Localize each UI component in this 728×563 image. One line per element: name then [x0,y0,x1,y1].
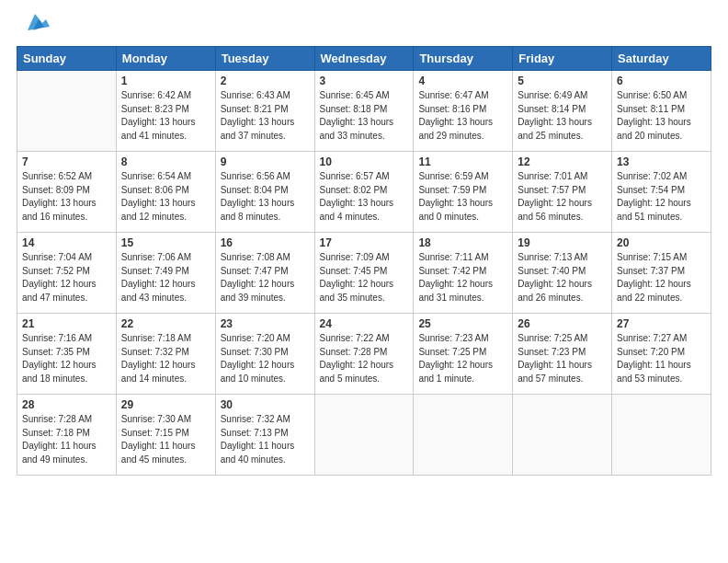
calendar-cell [314,395,414,476]
calendar-cell: 25Sunrise: 7:23 AM Sunset: 7:25 PM Dayli… [414,314,513,395]
day-number: 16 [221,236,310,249]
calendar-cell: 18Sunrise: 7:11 AM Sunset: 7:42 PM Dayli… [414,233,513,314]
day-info: Sunrise: 7:13 AM Sunset: 7:40 PM Dayligh… [518,251,607,304]
day-number: 8 [121,155,210,168]
day-info: Sunrise: 6:59 AM Sunset: 7:59 PM Dayligh… [418,170,507,224]
day-info: Sunrise: 6:57 AM Sunset: 8:02 PM Dayligh… [320,170,409,224]
day-number: 9 [221,155,310,168]
day-number: 15 [121,236,210,249]
logo [17,17,50,37]
day-number: 25 [418,317,507,330]
header [17,17,711,37]
day-number: 5 [518,75,607,87]
page: SundayMondayTuesdayWednesdayThursdayFrid… [0,0,728,563]
day-info: Sunrise: 6:43 AM Sunset: 8:21 PM Dayligh… [221,89,310,143]
weekday-header-thursday: Thursday [414,47,513,71]
calendar-week-row: 28Sunrise: 7:28 AM Sunset: 7:18 PM Dayli… [17,395,711,476]
day-number: 30 [221,398,310,411]
day-info: Sunrise: 7:15 AM Sunset: 7:37 PM Dayligh… [617,251,706,304]
calendar-cell: 6Sunrise: 6:50 AM Sunset: 8:11 PM Daylig… [612,71,711,152]
day-number: 3 [320,75,409,87]
calendar-cell: 24Sunrise: 7:22 AM Sunset: 7:28 PM Dayli… [314,314,414,395]
calendar-week-row: 1Sunrise: 6:42 AM Sunset: 8:23 PM Daylig… [17,71,711,152]
day-number: 14 [22,236,111,249]
day-info: Sunrise: 7:08 AM Sunset: 7:47 PM Dayligh… [221,251,310,304]
weekday-header-monday: Monday [116,47,215,71]
calendar-cell: 22Sunrise: 7:18 AM Sunset: 7:32 PM Dayli… [116,314,215,395]
day-info: Sunrise: 6:50 AM Sunset: 8:11 PM Dayligh… [617,89,706,143]
day-number: 13 [617,155,706,168]
weekday-header-sunday: Sunday [17,47,117,71]
day-number: 19 [518,236,607,249]
day-number: 24 [320,317,409,330]
calendar-cell: 11Sunrise: 6:59 AM Sunset: 7:59 PM Dayli… [414,152,513,233]
calendar-header-row: SundayMondayTuesdayWednesdayThursdayFrid… [17,47,711,71]
day-info: Sunrise: 6:52 AM Sunset: 8:09 PM Dayligh… [22,170,111,224]
day-number: 11 [418,155,507,168]
calendar-table: SundayMondayTuesdayWednesdayThursdayFrid… [17,46,711,476]
day-number: 22 [121,317,210,330]
calendar-cell: 17Sunrise: 7:09 AM Sunset: 7:45 PM Dayli… [314,233,414,314]
day-number: 6 [617,75,706,87]
day-number: 4 [418,75,507,87]
calendar-cell: 2Sunrise: 6:43 AM Sunset: 8:21 PM Daylig… [215,71,314,152]
calendar-cell [414,395,513,476]
calendar-cell: 14Sunrise: 7:04 AM Sunset: 7:52 PM Dayli… [17,233,117,314]
day-info: Sunrise: 7:04 AM Sunset: 7:52 PM Dayligh… [22,251,111,304]
day-info: Sunrise: 7:09 AM Sunset: 7:45 PM Dayligh… [320,251,409,304]
day-number: 18 [418,236,507,249]
calendar-cell [612,395,711,476]
calendar-cell: 23Sunrise: 7:20 AM Sunset: 7:30 PM Dayli… [215,314,314,395]
day-number: 21 [22,317,111,330]
calendar-cell: 13Sunrise: 7:02 AM Sunset: 7:54 PM Dayli… [612,152,711,233]
day-info: Sunrise: 7:02 AM Sunset: 7:54 PM Dayligh… [617,170,706,224]
calendar-cell: 8Sunrise: 6:54 AM Sunset: 8:06 PM Daylig… [116,152,215,233]
day-number: 27 [617,317,706,330]
calendar-cell: 4Sunrise: 6:47 AM Sunset: 8:16 PM Daylig… [414,71,513,152]
calendar-week-row: 7Sunrise: 6:52 AM Sunset: 8:09 PM Daylig… [17,152,711,233]
day-number: 23 [221,317,310,330]
weekday-header-wednesday: Wednesday [314,47,414,71]
calendar-cell: 16Sunrise: 7:08 AM Sunset: 7:47 PM Dayli… [215,233,314,314]
calendar-cell: 1Sunrise: 6:42 AM Sunset: 8:23 PM Daylig… [116,71,215,152]
day-info: Sunrise: 6:56 AM Sunset: 8:04 PM Dayligh… [221,170,310,224]
calendar-cell: 27Sunrise: 7:27 AM Sunset: 7:20 PM Dayli… [612,314,711,395]
calendar-cell [17,71,117,152]
logo-icon [20,10,50,36]
day-info: Sunrise: 7:18 AM Sunset: 7:32 PM Dayligh… [121,332,210,385]
day-info: Sunrise: 7:23 AM Sunset: 7:25 PM Dayligh… [418,332,507,385]
day-info: Sunrise: 7:27 AM Sunset: 7:20 PM Dayligh… [617,332,706,385]
calendar-cell: 5Sunrise: 6:49 AM Sunset: 8:14 PM Daylig… [513,71,612,152]
calendar-cell: 29Sunrise: 7:30 AM Sunset: 7:15 PM Dayli… [116,395,215,476]
weekday-header-saturday: Saturday [612,47,711,71]
day-info: Sunrise: 7:01 AM Sunset: 7:57 PM Dayligh… [518,170,607,224]
day-info: Sunrise: 7:06 AM Sunset: 7:49 PM Dayligh… [121,251,210,304]
day-number: 28 [22,398,111,411]
day-info: Sunrise: 7:11 AM Sunset: 7:42 PM Dayligh… [418,251,507,304]
day-info: Sunrise: 7:28 AM Sunset: 7:18 PM Dayligh… [22,413,111,466]
calendar-cell: 21Sunrise: 7:16 AM Sunset: 7:35 PM Dayli… [17,314,117,395]
day-info: Sunrise: 7:32 AM Sunset: 7:13 PM Dayligh… [221,413,310,466]
calendar-week-row: 21Sunrise: 7:16 AM Sunset: 7:35 PM Dayli… [17,314,711,395]
calendar-cell: 28Sunrise: 7:28 AM Sunset: 7:18 PM Dayli… [17,395,117,476]
day-info: Sunrise: 6:42 AM Sunset: 8:23 PM Dayligh… [121,89,210,143]
day-number: 20 [617,236,706,249]
calendar-cell: 19Sunrise: 7:13 AM Sunset: 7:40 PM Dayli… [513,233,612,314]
day-info: Sunrise: 6:45 AM Sunset: 8:18 PM Dayligh… [320,89,409,143]
day-info: Sunrise: 6:47 AM Sunset: 8:16 PM Dayligh… [418,89,507,143]
day-number: 2 [221,75,310,87]
day-info: Sunrise: 7:16 AM Sunset: 7:35 PM Dayligh… [22,332,111,385]
day-info: Sunrise: 7:30 AM Sunset: 7:15 PM Dayligh… [121,413,210,466]
calendar-cell [513,395,612,476]
day-number: 10 [320,155,409,168]
calendar-cell: 9Sunrise: 6:56 AM Sunset: 8:04 PM Daylig… [215,152,314,233]
weekday-header-tuesday: Tuesday [215,47,314,71]
calendar-cell: 15Sunrise: 7:06 AM Sunset: 7:49 PM Dayli… [116,233,215,314]
calendar-cell: 12Sunrise: 7:01 AM Sunset: 7:57 PM Dayli… [513,152,612,233]
day-number: 26 [518,317,607,330]
day-info: Sunrise: 7:22 AM Sunset: 7:28 PM Dayligh… [320,332,409,385]
day-number: 1 [121,75,210,87]
calendar-cell: 3Sunrise: 6:45 AM Sunset: 8:18 PM Daylig… [314,71,414,152]
calendar-cell: 30Sunrise: 7:32 AM Sunset: 7:13 PM Dayli… [215,395,314,476]
day-number: 7 [22,155,111,168]
